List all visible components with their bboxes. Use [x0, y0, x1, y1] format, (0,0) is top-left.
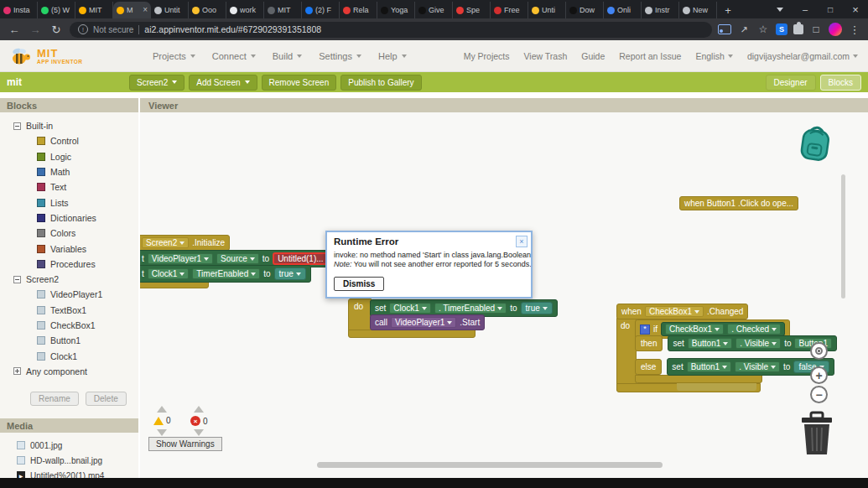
block-set-button-visible-else[interactable]: set Button1 . Visible to false: [667, 358, 834, 376]
component-dropdown[interactable]: CheckBox1: [645, 306, 704, 317]
component-dropdown[interactable]: Button1: [688, 338, 732, 349]
expand-icon[interactable]: [13, 367, 21, 375]
add-screen-button[interactable]: Add Screen: [189, 75, 257, 91]
menu-build[interactable]: Build: [273, 51, 302, 61]
tab-close-icon[interactable]: [143, 6, 148, 14]
browser-tab[interactable]: Ooo: [189, 2, 226, 18]
share-icon[interactable]: [737, 24, 751, 35]
property-dropdown[interactable]: . TimerEnabled: [434, 303, 507, 314]
browser-tab[interactable]: MIT: [75, 2, 113, 18]
component-dropdown[interactable]: CheckBox1: [665, 324, 724, 335]
minimize-button[interactable]: [793, 0, 818, 18]
browser-tab[interactable]: New: [679, 2, 717, 18]
component-dropdown[interactable]: Button1: [687, 361, 731, 372]
component-dropdown[interactable]: Clock1: [148, 268, 190, 279]
cast-icon[interactable]: [718, 24, 731, 34]
palette-component[interactable]: CheckBox1: [0, 318, 138, 333]
collapse-arrow-icon[interactable]: [194, 406, 204, 413]
browser-tab[interactable]: Untit: [151, 2, 189, 18]
then-socket[interactable]: then: [635, 335, 663, 351]
browser-tab[interactable]: MIT: [264, 2, 302, 18]
menu-help[interactable]: Help: [378, 51, 407, 61]
block-checkbox-checked-getter[interactable]: CheckBox1 . Checked: [661, 322, 785, 336]
browser-tab[interactable]: M: [113, 2, 151, 18]
component-dropdown[interactable]: Screen2: [142, 237, 189, 248]
new-tab-button[interactable]: [717, 2, 739, 18]
else-socket[interactable]: else: [635, 359, 662, 375]
collapse-icon[interactable]: [13, 276, 21, 283]
forward-icon[interactable]: [28, 23, 43, 36]
palette-category[interactable]: Variables: [0, 241, 138, 256]
palette-category[interactable]: Lists: [0, 195, 138, 210]
account-menu[interactable]: digvijayshelar@gmail.com: [747, 51, 858, 61]
palette-category[interactable]: Colors: [0, 226, 138, 241]
media-file[interactable]: 0001.jpg: [0, 438, 138, 453]
property-dropdown[interactable]: TimerEnabled: [192, 268, 260, 279]
block-event-left-column[interactable]: do: [616, 318, 637, 392]
palette-category[interactable]: Control: [0, 133, 138, 148]
horizontal-scrollbar[interactable]: [317, 462, 663, 468]
browser-tab[interactable]: Insta: [0, 2, 38, 18]
blocks-canvas[interactable]: when Button1 .Click do ope... Screen2 .I…: [140, 112, 868, 478]
menu-dots-icon[interactable]: [848, 23, 861, 36]
property-dropdown[interactable]: Source: [216, 253, 259, 264]
designer-button[interactable]: Designer: [766, 75, 816, 91]
block-call-videoplayer-start[interactable]: call VideoPlayer1 .Start: [370, 314, 485, 330]
property-dropdown[interactable]: . Checked: [727, 324, 781, 335]
collapse-arrow-icon[interactable]: [157, 429, 167, 436]
language-selector[interactable]: English: [695, 51, 732, 61]
link-guide[interactable]: Guide: [581, 51, 605, 61]
block-do-wrapper[interactable]: do: [348, 299, 372, 332]
address-bar[interactable]: Not secure ai2.appinventor.mit.edu/#6729…: [70, 22, 712, 38]
remove-screen-button[interactable]: Remove Screen: [262, 75, 337, 91]
tree-any-component[interactable]: Any component: [0, 364, 138, 379]
block-logic-true[interactable]: true: [274, 267, 306, 280]
bookmark-star-icon[interactable]: [756, 23, 770, 35]
zoom-target-icon[interactable]: [810, 342, 828, 360]
url-text[interactable]: ai2.appinventor.mit.edu/#672902939135180…: [144, 24, 321, 34]
screen-selector-button[interactable]: Screen2: [129, 75, 185, 91]
palette-component[interactable]: VideoPlayer1: [0, 287, 138, 302]
app-inventor-logo[interactable]: MIT APP INVENTOR: [10, 46, 134, 66]
side-panel-icon[interactable]: [809, 23, 823, 35]
block-if-bottom-tab[interactable]: [635, 375, 762, 383]
browser-tab[interactable]: Onli: [604, 2, 642, 18]
browser-tab[interactable]: Free: [491, 2, 528, 18]
link-view-trash[interactable]: View Trash: [524, 51, 568, 61]
maximize-button[interactable]: [818, 0, 843, 18]
close-button[interactable]: [843, 0, 868, 18]
extensions-puzzle-icon[interactable]: [793, 24, 803, 34]
delete-button[interactable]: Delete: [86, 392, 127, 406]
show-warnings-button[interactable]: Show Warnings: [148, 437, 222, 451]
browser-tab[interactable]: Yoga: [377, 2, 415, 18]
tree-screen2[interactable]: Screen2: [0, 272, 138, 287]
property-dropdown[interactable]: . Visible: [735, 338, 781, 349]
block-checkbox-changed-header[interactable]: when CheckBox1 .Changed: [616, 304, 748, 319]
vertical-scrollbar[interactable]: [841, 174, 845, 299]
mutator-gear-icon[interactable]: [640, 324, 650, 335]
tree-builtin[interactable]: Built-in: [0, 118, 138, 133]
info-icon[interactable]: [78, 24, 88, 34]
error-counter[interactable]: 0: [190, 416, 208, 426]
browser-tab[interactable]: work: [226, 2, 264, 18]
browser-tab[interactable]: Unti: [528, 2, 566, 18]
browser-tab[interactable]: Rela: [340, 2, 377, 18]
extension-s-icon[interactable]: S: [776, 23, 787, 35]
zoom-in-icon[interactable]: [810, 366, 828, 384]
palette-component[interactable]: TextBox1: [0, 303, 138, 318]
dialog-close-icon[interactable]: [516, 236, 528, 247]
palette-component[interactable]: Button1: [0, 333, 138, 348]
reload-icon[interactable]: [49, 23, 64, 36]
zoom-out-icon[interactable]: [810, 386, 828, 403]
chevron-down-icon[interactable]: [767, 0, 793, 18]
block-set-clock-timerenabled[interactable]: t Clock1 TimerEnabled to true: [140, 265, 311, 283]
warning-counter[interactable]: 0: [153, 416, 171, 425]
collapse-icon[interactable]: [13, 122, 21, 130]
menu-projects[interactable]: Projects: [153, 51, 195, 61]
blocks-button[interactable]: Blocks: [820, 75, 861, 91]
palette-component[interactable]: Clock1: [0, 348, 138, 363]
publish-gallery-button[interactable]: Publish to Gallery: [340, 75, 421, 91]
media-file[interactable]: Untitled%20(1).mp4: [0, 468, 138, 478]
browser-tab[interactable]: Dow: [566, 2, 604, 18]
property-dropdown[interactable]: . Visible: [735, 361, 780, 372]
